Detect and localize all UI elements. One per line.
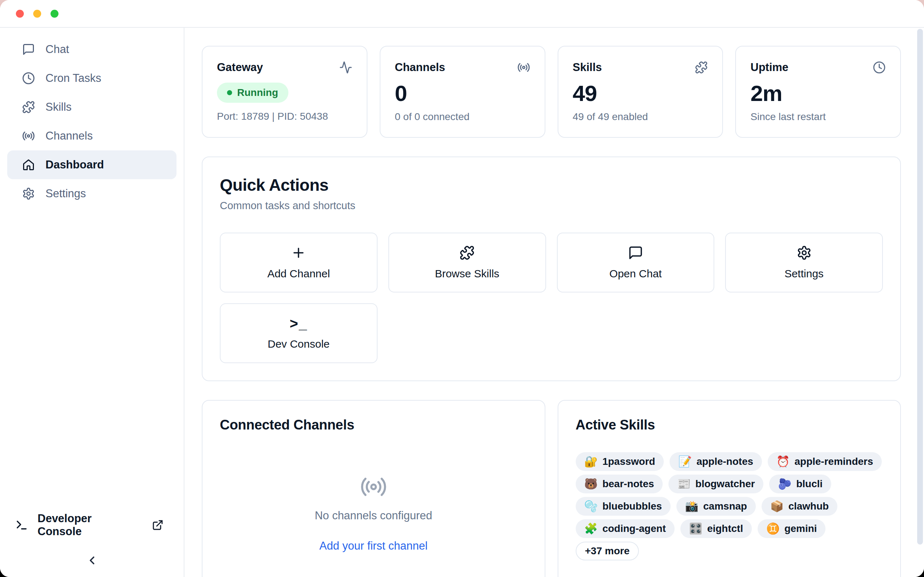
skill-name: blogwatcher (696, 478, 755, 490)
dev-console-label: Dev Console (267, 338, 330, 350)
channels-detail: 0 of 0 connected (395, 111, 530, 122)
skills-card-title: Skills (573, 61, 602, 74)
sidebar-collapse-button[interactable] (0, 554, 184, 567)
terminal-icon: >_ (290, 316, 308, 331)
sidebar-item-label: Skills (45, 101, 71, 114)
minimize-window-button[interactable] (33, 10, 41, 18)
gear-icon (22, 187, 36, 200)
uptime-stat-card: Uptime 2m Since last restart (735, 46, 901, 138)
quick-actions-grid: Add Channel Browse Skills Open Chat (220, 233, 883, 363)
scrollbar-thumb[interactable] (917, 29, 923, 545)
no-channels-text: No channels configured (315, 509, 432, 522)
sidebar-item-label: Cron Tasks (45, 72, 102, 85)
maximize-window-button[interactable] (50, 10, 58, 18)
sidebar-item-label: Settings (45, 187, 86, 200)
settings-button[interactable]: Settings (725, 233, 883, 292)
connected-channels-card: Connected Channels No channels configure… (202, 400, 545, 577)
skill-badge-bluebubbles: 🫧bluebubbles (576, 497, 670, 516)
quick-actions-panel: Quick Actions Common tasks and shortcuts… (202, 156, 901, 381)
skill-name: gemini (784, 523, 817, 534)
uptime-card-title: Uptime (750, 61, 788, 74)
skill-name: blucli (796, 478, 822, 490)
connected-channels-title: Connected Channels (220, 417, 527, 433)
skill-badge-clawhub: 📦clawhub (762, 497, 837, 516)
skill-badge-blogwatcher: 📰blogwatcher (669, 475, 763, 493)
home-icon (22, 158, 36, 172)
package-emoji: 📦 (770, 501, 783, 512)
window-titlebar (0, 0, 924, 28)
lock-emoji: 🔐 (584, 456, 598, 467)
terminal-icon (15, 519, 28, 532)
close-window-button[interactable] (16, 10, 24, 18)
status-dot (227, 90, 232, 95)
chat-icon (22, 43, 36, 56)
sidebar-item-chat[interactable]: Chat (7, 35, 176, 64)
channels-empty-state: No channels configured Add your first ch… (220, 473, 527, 553)
gateway-stat-card: Gateway Running Port: 18789 | PID: 50438 (202, 46, 367, 138)
settings-action-label: Settings (784, 268, 823, 280)
activity-icon (339, 61, 352, 74)
gemini-emoji: ♊ (766, 523, 780, 534)
skill-badge-blucli: 🫐blucli (769, 475, 831, 493)
puzzle-emoji: 🧩 (584, 523, 598, 534)
skills-detail: 49 of 49 enabled (573, 111, 708, 122)
uptime-value: 2m (750, 81, 886, 106)
sidebar-item-skills[interactable]: Skills (7, 93, 176, 121)
skill-badges: 🔐1password 📝apple-notes ⏰apple-reminders… (576, 452, 883, 561)
bear-emoji: 🐻 (584, 479, 598, 489)
skill-badge-apple-reminders: ⏰apple-reminders (768, 452, 882, 471)
sidebar-item-channels[interactable]: Channels (7, 121, 176, 150)
sidebar-item-settings[interactable]: Settings (7, 179, 176, 208)
sidebar-item-label: Dashboard (45, 158, 104, 171)
skill-name: apple-reminders (795, 456, 873, 467)
skill-name: 1password (603, 456, 655, 467)
radio-icon (517, 61, 530, 74)
blueberries-emoji: 🫐 (778, 479, 791, 489)
skill-name: bear-notes (603, 478, 654, 490)
skill-badge-1password: 🔐1password (576, 452, 664, 471)
skill-badge-eightctl: 🎛️eightctl (680, 519, 752, 538)
sidebar-item-label: Channels (45, 129, 93, 142)
developer-console-button[interactable]: Developer Console (0, 514, 184, 537)
developer-console-label: Developer Console (37, 512, 133, 538)
skill-name: clawhub (788, 501, 829, 512)
open-chat-button[interactable]: Open Chat (557, 233, 715, 292)
skill-badge-gemini: ♊gemini (758, 519, 826, 538)
chat-icon (628, 245, 643, 260)
puzzle-icon (695, 61, 708, 74)
clock-icon (873, 61, 886, 74)
browse-skills-button[interactable]: Browse Skills (388, 233, 546, 292)
channels-card-title: Channels (395, 61, 446, 74)
sidebar-footer: Developer Console (0, 514, 184, 567)
alarm-clock-emoji: ⏰ (776, 456, 790, 467)
more-skills-button[interactable]: +37 more (576, 542, 639, 561)
gear-icon (796, 245, 812, 260)
dashboard-main: Gateway Running Port: 18789 | PID: 50438 (184, 28, 924, 577)
add-channel-button[interactable]: Add Channel (220, 233, 378, 292)
add-first-channel-link[interactable]: Add your first channel (320, 540, 428, 553)
skills-stat-card: Skills 49 49 of 49 enabled (558, 46, 723, 138)
quick-actions-title: Quick Actions (220, 175, 883, 195)
newspaper-emoji: 📰 (677, 479, 690, 489)
bottom-grid: Connected Channels No channels configure… (202, 400, 901, 577)
plus-icon (291, 245, 306, 260)
sidebar-item-dashboard[interactable]: Dashboard (7, 150, 176, 179)
skill-badge-apple-notes: 📝apple-notes (670, 452, 762, 471)
active-skills-card: Active Skills 🔐1password 📝apple-notes ⏰a… (558, 400, 901, 577)
external-link-icon (152, 519, 163, 531)
control-knobs-emoji: 🎛️ (689, 523, 703, 534)
skill-name: bluebubbles (603, 501, 662, 512)
add-channel-label: Add Channel (267, 268, 330, 280)
browse-skills-label: Browse Skills (435, 268, 499, 280)
bubbles-emoji: 🫧 (584, 501, 598, 512)
clock-icon (22, 71, 36, 85)
chevron-left-icon (86, 554, 99, 567)
sidebar-item-label: Chat (45, 43, 69, 56)
sidebar-item-cron-tasks[interactable]: Cron Tasks (7, 64, 176, 93)
skill-name: coding-agent (603, 523, 666, 534)
skill-name: apple-notes (696, 456, 753, 467)
app-window: Chat Cron Tasks Skills (0, 0, 924, 577)
skill-badge-coding-agent: 🧩coding-agent (576, 519, 675, 538)
puzzle-icon (22, 100, 36, 114)
dev-console-button[interactable]: >_ Dev Console (220, 303, 378, 363)
